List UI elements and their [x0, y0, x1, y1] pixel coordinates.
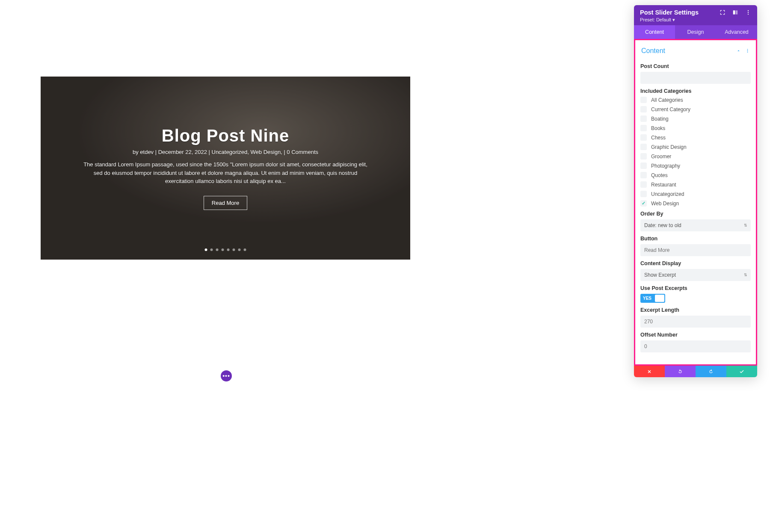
- slider-dot[interactable]: [210, 248, 213, 251]
- category-label: Restaurant: [651, 182, 676, 188]
- category-checkbox[interactable]: Boating: [640, 115, 751, 122]
- tab-content[interactable]: Content: [634, 25, 675, 39]
- order-by-select[interactable]: Date: new to old: [640, 219, 751, 231]
- floating-action-button[interactable]: •••: [221, 370, 232, 381]
- offset-number-input[interactable]: [640, 340, 751, 352]
- category-checkbox[interactable]: Quotes: [640, 172, 751, 178]
- panel-body: Content Post Count Included Categories A…: [634, 39, 757, 364]
- category-checkbox[interactable]: Photography: [640, 163, 751, 169]
- category-checkbox[interactable]: All Categories: [640, 97, 751, 103]
- category-checkbox[interactable]: Web Design: [640, 200, 751, 207]
- post-count-input[interactable]: [640, 72, 751, 84]
- kebab-menu-icon[interactable]: [745, 9, 751, 15]
- settings-panel: Post Slider Settings Preset: Default ▾ C…: [634, 5, 757, 377]
- category-checkbox[interactable]: Groomer: [640, 153, 751, 160]
- slider-dot[interactable]: [244, 248, 246, 251]
- checkbox-icon: [640, 97, 647, 103]
- category-checkbox[interactable]: Graphic Design: [640, 144, 751, 150]
- checkbox-icon: [640, 163, 647, 169]
- section-menu-icon[interactable]: [745, 47, 750, 55]
- category-checkbox[interactable]: Books: [640, 125, 751, 131]
- category-label: Web Design: [651, 201, 679, 207]
- category-label: Books: [651, 125, 665, 131]
- use-post-excerpts-toggle[interactable]: YES: [640, 294, 665, 303]
- tab-design[interactable]: Design: [675, 25, 716, 39]
- categories-list: All CategoriesCurrent CategoryBoatingBoo…: [640, 97, 751, 207]
- category-label: Photography: [651, 163, 680, 169]
- category-checkbox[interactable]: Uncategorized: [640, 191, 751, 197]
- category-label: Chess: [651, 135, 666, 141]
- checkbox-icon: [640, 144, 647, 150]
- use-post-excerpts-label: Use Post Excerpts: [640, 285, 751, 291]
- tab-advanced[interactable]: Advanced: [716, 25, 757, 39]
- svg-point-2: [748, 10, 749, 11]
- checkbox-icon: [640, 134, 647, 141]
- checkbox-icon: [640, 153, 647, 160]
- post-count-label: Post Count: [640, 63, 751, 69]
- category-label: Quotes: [651, 172, 668, 178]
- read-more-button[interactable]: Read More: [204, 196, 247, 210]
- cancel-button[interactable]: [634, 366, 665, 377]
- svg-point-4: [748, 14, 749, 15]
- category-label: Groomer: [651, 154, 671, 160]
- category-label: Boating: [651, 116, 669, 122]
- preset-dropdown[interactable]: Preset: Default ▾: [640, 17, 751, 23]
- panel-tabs: ContentDesignAdvanced: [634, 25, 757, 39]
- button-text-input[interactable]: [640, 244, 751, 256]
- section-title: Content: [641, 47, 665, 55]
- checkbox-icon: [640, 191, 647, 197]
- undo-button[interactable]: [665, 366, 696, 377]
- offset-number-label: Offset Number: [640, 332, 751, 338]
- panel-header: Post Slider Settings Preset: Default ▾: [634, 5, 757, 25]
- snap-icon[interactable]: [732, 9, 738, 15]
- category-checkbox[interactable]: Restaurant: [640, 181, 751, 188]
- excerpt-length-label: Excerpt Length: [640, 307, 751, 313]
- checkbox-icon: [640, 172, 647, 178]
- panel-title: Post Slider Settings: [640, 9, 699, 16]
- save-button[interactable]: [726, 366, 757, 377]
- svg-point-5: [747, 49, 748, 50]
- included-categories-label: Included Categories: [640, 88, 751, 94]
- redo-button[interactable]: [696, 366, 726, 377]
- content-display-select[interactable]: Show Excerpt: [640, 269, 751, 281]
- slide-meta: by etdev | December 22, 2022 | Uncategor…: [133, 149, 318, 155]
- collapse-icon[interactable]: [736, 47, 741, 55]
- checkbox-icon: [640, 125, 647, 131]
- slider-dot[interactable]: [238, 248, 241, 251]
- category-label: All Categories: [651, 97, 683, 103]
- excerpt-length-input[interactable]: [640, 316, 751, 328]
- slider-dot[interactable]: [222, 248, 224, 251]
- content-display-label: Content Display: [640, 260, 751, 266]
- checkbox-icon: [640, 115, 647, 122]
- checkbox-icon: [640, 106, 647, 112]
- slide-title: Blog Post Nine: [162, 126, 289, 145]
- slider-dot[interactable]: [216, 248, 219, 251]
- slider-dot[interactable]: [205, 248, 207, 251]
- slide-excerpt: The standard Lorem Ipsum passage, used s…: [83, 160, 367, 186]
- checkbox-icon: [640, 181, 647, 188]
- button-field-label: Button: [640, 236, 751, 242]
- slider-dot[interactable]: [233, 248, 235, 251]
- svg-point-7: [747, 52, 748, 53]
- svg-rect-1: [736, 10, 738, 14]
- order-by-label: Order By: [640, 211, 751, 217]
- svg-point-3: [748, 12, 749, 13]
- category-label: Graphic Design: [651, 144, 687, 150]
- slider-dot[interactable]: [227, 248, 230, 251]
- panel-footer: [634, 364, 757, 377]
- expand-icon[interactable]: [720, 9, 726, 15]
- category-checkbox[interactable]: Current Category: [640, 106, 751, 112]
- slider-pagination: [205, 248, 246, 251]
- category-label: Current Category: [651, 106, 690, 112]
- svg-rect-0: [733, 10, 735, 14]
- category-checkbox[interactable]: Chess: [640, 134, 751, 141]
- checkbox-icon: [640, 200, 647, 207]
- post-slider-preview: Blog Post Nine by etdev | December 22, 2…: [41, 77, 410, 260]
- svg-point-6: [747, 50, 748, 51]
- category-label: Uncategorized: [651, 191, 684, 197]
